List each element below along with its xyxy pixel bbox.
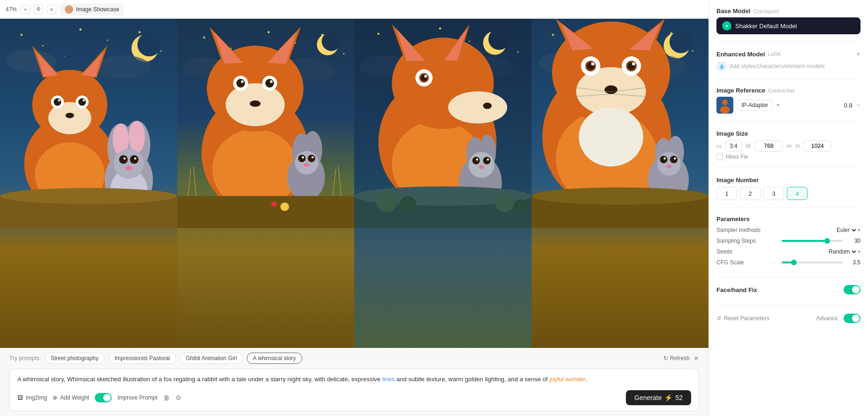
prompt-chip-3[interactable]: A whimsical story: [247, 353, 302, 364]
svg-point-61: [241, 80, 244, 83]
prompt-link2: joyful wonder: [549, 376, 585, 383]
svg-point-10: [5, 49, 38, 69]
svg-point-22: [58, 100, 61, 102]
face-fix-label: Face/hand Fix: [716, 286, 757, 293]
prompt-text: A whimsical story, Whimsical sketched il…: [17, 375, 691, 385]
svg-point-112: [487, 158, 489, 161]
cfg-scale-slider[interactable]: [782, 262, 843, 263]
svg-point-103: [424, 75, 427, 78]
svg-point-156: [660, 156, 667, 163]
svg-point-24: [78, 98, 86, 106]
image-number-3[interactable]: 3: [763, 187, 784, 200]
size-w-input[interactable]: [754, 140, 783, 152]
refresh-icon: ↻: [663, 355, 668, 362]
right-sidebar: Base Model Checkpoint ✦ Shakker Default …: [708, 0, 868, 416]
generate-label: Generate: [634, 394, 662, 401]
svg-point-118: [495, 193, 514, 212]
improve-prompt-toggle[interactable]: [95, 393, 112, 402]
ref-value: 0.8: [844, 102, 853, 109]
base-model-card[interactable]: ✦ Shakker Default Model: [716, 17, 860, 34]
ref-remove-icon[interactable]: −: [856, 101, 860, 109]
gear-icon[interactable]: ⚙: [175, 394, 182, 401]
svg-point-95: [448, 91, 507, 123]
img2img-button[interactable]: 🖼 img2img: [17, 394, 47, 401]
svg-point-71: [302, 156, 304, 159]
add-icon[interactable]: +: [21, 5, 30, 14]
sampling-steps-row: Sampling Steps 30: [716, 238, 860, 244]
svg-point-157: [663, 157, 666, 160]
svg-point-43: [267, 31, 270, 33]
prompt-chip-1[interactable]: Impressionist Pastoral: [108, 353, 176, 364]
image-ref-section: Image Reference Control-Net IP-Adapter ▾…: [716, 87, 860, 114]
prompt-link1: lines: [382, 376, 395, 383]
image-cell-2[interactable]: [177, 19, 355, 348]
svg-point-127: [669, 31, 692, 53]
model-dot-icon: ✦: [722, 21, 731, 31]
enhanced-model-plus-icon[interactable]: +: [856, 50, 860, 58]
sampler-row: Sampler methods Euler ▾: [716, 226, 860, 234]
prompt-chip-2[interactable]: Ghibli Animation Girl: [180, 353, 243, 364]
add-weight-button[interactable]: ⊕ Add Weight: [53, 394, 89, 401]
image-cell-4[interactable]: [532, 19, 709, 348]
sampling-steps-slider[interactable]: [782, 240, 843, 242]
model-name: Shakker Default Model: [735, 23, 855, 30]
cfg-scale-thumb[interactable]: [791, 260, 797, 265]
seeds-row: Seeds Random ▾: [716, 248, 860, 255]
settings-icon[interactable]: ⚙: [34, 5, 43, 14]
img2img-label: img2img: [26, 394, 47, 401]
hires-row: Hires Fix: [716, 154, 860, 160]
tab-image-showcase[interactable]: Image Showcase: [60, 3, 124, 15]
seeds-label: Seeds: [716, 248, 827, 255]
face-fix-toggle[interactable]: [844, 285, 860, 294]
svg-point-63: [265, 79, 274, 87]
advance-label[interactable]: Advance: [816, 315, 838, 322]
svg-point-74: [304, 163, 309, 167]
reset-label[interactable]: Reset Parameters: [724, 315, 769, 322]
svg-point-70: [298, 154, 305, 162]
close-button[interactable]: ✕: [693, 354, 699, 362]
refresh-button[interactable]: ↻ Refresh: [663, 355, 690, 362]
enhanced-model-row[interactable]: 💧 Add styles/characters/element models: [716, 61, 860, 71]
enhanced-model-icon: 💧: [716, 61, 727, 71]
base-model-section: Base Model Checkpoint ✦ Shakker Default …: [716, 8, 860, 34]
ref-thumbnail: [716, 97, 733, 114]
image-number-4[interactable]: 4: [787, 187, 807, 200]
svg-point-89: [488, 29, 510, 50]
cfg-scale-row: CFG Scale 3.5: [716, 259, 860, 266]
seeds-select[interactable]: Random: [827, 248, 858, 255]
image-grid: [0, 19, 708, 348]
sampler-label: Sampler methods: [716, 227, 835, 233]
svg-point-2: [79, 29, 82, 31]
try-prompts-label: Try prompts:: [9, 355, 41, 362]
svg-point-48: [321, 31, 341, 51]
image-number-label: Image Number: [716, 177, 759, 184]
ref-adapter-select[interactable]: IP-Adapter: [737, 100, 773, 111]
image-ref-row: IP-Adapter ▾ 0.8 −: [716, 97, 860, 114]
sampler-select[interactable]: Euler: [835, 226, 858, 234]
sampling-steps-thumb[interactable]: [824, 238, 830, 244]
image-number-2[interactable]: 2: [740, 187, 761, 200]
svg-point-5: [160, 50, 161, 52]
prompt-chip-0[interactable]: Street photography: [45, 353, 105, 364]
size-infinity-icon: ∞: [786, 142, 792, 150]
svg-point-65: [250, 100, 260, 107]
svg-point-1: [42, 45, 44, 46]
svg-point-8: [137, 33, 161, 56]
hires-checkbox[interactable]: [716, 154, 723, 160]
svg-point-117: [400, 196, 416, 212]
size-h-input[interactable]: [803, 140, 831, 152]
image-cell-3[interactable]: [354, 19, 532, 348]
svg-point-116: [376, 191, 397, 212]
toggle-knob: [103, 394, 111, 401]
face-fix-knob: [852, 286, 860, 293]
trash-icon[interactable]: 🗑: [163, 394, 170, 401]
list-icon[interactable]: ≡: [47, 5, 56, 14]
svg-point-164: [722, 100, 728, 105]
sampling-steps-fill: [782, 240, 828, 242]
advance-toggle[interactable]: [844, 314, 860, 323]
size-ratio-select[interactable]: 3:4: [725, 140, 742, 152]
image-number-1[interactable]: 1: [716, 187, 737, 200]
image-cell-1[interactable]: [0, 19, 177, 348]
generate-button[interactable]: Generate ⚡ 52: [626, 390, 691, 405]
svg-point-147: [604, 85, 617, 94]
